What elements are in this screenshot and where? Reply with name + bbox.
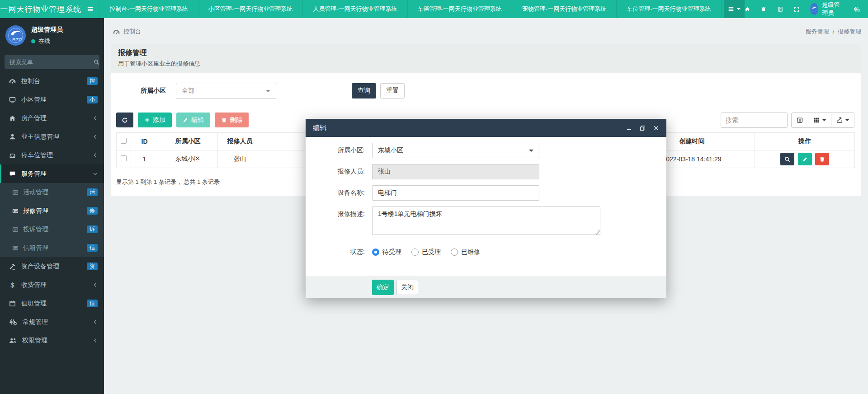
tab-vehicle[interactable]: 车辆管理-一网天行物业管理系统 <box>407 0 512 18</box>
dialog-title: 编辑 <box>313 124 326 132</box>
sidebar-item-owner-info[interactable]: 业主信息管理 <box>0 127 104 146</box>
table-search-input[interactable] <box>726 113 783 127</box>
header-checkbox-cell <box>117 133 131 150</box>
chevron-left-icon <box>93 338 98 343</box>
settings-cogs-icon[interactable] <box>854 5 860 13</box>
sidebar-item-mailbox[interactable]: 信箱管理 信 <box>0 239 104 257</box>
sidebar-menu-lower: 资产设备管理 资 $ 收费管理 值班管理 值 常规管理 权限管理 <box>0 257 104 350</box>
close-button[interactable]: 关闭 <box>396 280 418 295</box>
sidebar-item-permissions[interactable]: 权限管理 <box>0 331 104 350</box>
sidebar-user-panel: 一网天行 超级管理员 在线 <box>0 18 104 50</box>
user-menu[interactable]: 超级管理员 <box>810 1 842 17</box>
sidebar-item-duty[interactable]: 值班管理 值 <box>0 294 104 313</box>
table-tools <box>721 113 854 128</box>
cell-community: 东城小区 <box>158 150 218 168</box>
select-all-checkbox[interactable] <box>121 138 127 144</box>
badge: 信 <box>87 244 98 252</box>
sidebar-item-property[interactable]: 房产管理 <box>0 109 104 127</box>
top-navbar: 一网天行物业管理系统 控制台-一网天行物业管理系统 小区管理-一网天行物业管理系… <box>0 0 868 18</box>
navbar-actions: 超级管理员 <box>745 0 868 18</box>
badge: 值 <box>87 300 98 307</box>
dialog-body: 所属小区: 东城小区 报修人员: 设备名称: 报修描述: 1号楼1单元电梯门损坏… <box>306 137 666 277</box>
cell-actions <box>755 150 855 168</box>
description-label: 报修描述: <box>306 206 365 218</box>
minimize-icon[interactable] <box>626 125 632 131</box>
add-button[interactable]: 添加 <box>138 113 172 127</box>
home-icon <box>9 115 16 122</box>
brand-title: 一网天行物业管理系统 <box>0 0 81 18</box>
radio-pending[interactable]: 待受理 <box>372 248 401 256</box>
badge: 资 <box>87 263 98 270</box>
badge: 小 <box>87 96 98 103</box>
delete-button[interactable]: 删除 <box>215 113 249 127</box>
tab-pet[interactable]: 宠物管理-一网天行物业管理系统 <box>512 0 616 18</box>
breadcrumb-parent[interactable]: 服务管理 <box>805 28 829 36</box>
service-submenu: 活动管理 活 报修管理 修 投诉管理 诉 信箱管理 信 <box>0 183 104 257</box>
view-row-button[interactable] <box>780 153 794 165</box>
tab-community[interactable]: 小区管理-一网天行物业管理系统 <box>198 0 302 18</box>
tab-console[interactable]: 控制台-一网天行物业管理系统 <box>99 0 198 18</box>
avatar-logo-text: 一网天行 <box>9 38 22 41</box>
caret-down-icon <box>737 8 741 10</box>
list-icon <box>728 6 734 12</box>
status-field-row: 状态: 待受理 已受理 已维修 <box>306 248 666 256</box>
sidebar-item-parking[interactable]: 停车位管理 <box>0 146 104 164</box>
trash-icon[interactable] <box>761 5 766 13</box>
columns-button[interactable] <box>808 113 831 128</box>
menu-search-input[interactable] <box>5 59 94 66</box>
query-button[interactable]: 查询 <box>352 83 376 98</box>
tab-list-dropdown[interactable] <box>724 0 745 18</box>
maximize-icon[interactable] <box>640 125 646 131</box>
community-filter-select[interactable]: 全部 <box>176 83 276 99</box>
close-icon[interactable] <box>653 125 659 131</box>
radio-accepted[interactable]: 已受理 <box>411 248 441 256</box>
edit-button[interactable]: 编辑 <box>176 113 210 127</box>
sidebar-item-fees[interactable]: $ 收费管理 <box>0 276 104 294</box>
log-book-icon[interactable] <box>778 5 783 13</box>
tab-personnel[interactable]: 人员管理-一网天行物业管理系统 <box>302 0 407 18</box>
sidebar-item-service[interactable]: 服务管理 <box>0 164 104 183</box>
online-dot-icon <box>31 39 35 43</box>
community-select[interactable]: 东城小区 <box>372 143 539 158</box>
device-label: 设备名称: <box>306 189 365 197</box>
badge: 控 <box>87 77 98 85</box>
calendar-icon <box>9 300 16 307</box>
reset-button[interactable]: 重置 <box>380 83 405 98</box>
breadcrumb-home[interactable]: 控制台 <box>113 28 141 36</box>
sidebar-item-assets[interactable]: 资产设备管理 资 <box>0 257 104 276</box>
sidebar-item-general[interactable]: 常规管理 <box>0 313 104 331</box>
tab-parking[interactable]: 车位管理-一网天行物业管理系统 <box>616 0 721 18</box>
edit-dialog: 编辑 所属小区: 东城小区 报修人员: 设备名称: 报修描述: 1号楼1单元电梯… <box>306 119 666 298</box>
row-checkbox[interactable] <box>121 155 127 161</box>
description-textarea[interactable]: 1号楼1单元电梯门损坏 <box>372 206 600 235</box>
badge: 活 <box>87 188 98 196</box>
export-icon <box>836 117 843 123</box>
sidebar-toggle-button[interactable] <box>81 0 99 18</box>
search-icon <box>784 156 790 162</box>
sidebar-item-repair[interactable]: 报修管理 修 <box>0 202 104 220</box>
sidebar-item-complaint[interactable]: 投诉管理 诉 <box>0 220 104 239</box>
chevron-down-icon <box>93 171 98 176</box>
confirm-button[interactable]: 确定 <box>372 280 394 295</box>
refresh-button[interactable] <box>116 113 133 127</box>
sidebar-user-name: 超级管理员 <box>31 26 63 34</box>
home-icon[interactable] <box>745 5 750 13</box>
sidebar-item-community[interactable]: 小区管理 小 <box>0 90 104 109</box>
export-button[interactable] <box>831 113 854 128</box>
sidebar-item-activity[interactable]: 活动管理 活 <box>0 183 104 202</box>
breadcrumb: 控制台 服务管理 / 报修管理 <box>104 23 868 41</box>
community-filter-label: 所属小区 <box>141 87 166 95</box>
dialog-header[interactable]: 编辑 <box>306 119 666 137</box>
detail-view-button[interactable] <box>791 113 808 128</box>
fullscreen-icon[interactable] <box>794 5 799 13</box>
radio-repaired[interactable]: 已维修 <box>451 248 480 256</box>
delete-row-button[interactable] <box>815 153 829 165</box>
tv-icon <box>9 96 16 103</box>
sidebar-item-console[interactable]: 控制台 控 <box>0 72 104 90</box>
news-icon <box>12 245 19 251</box>
device-input[interactable] <box>372 185 539 201</box>
reporter-field-row: 报修人员: <box>306 164 666 179</box>
edit-row-button[interactable] <box>798 153 812 165</box>
trash-icon <box>819 156 825 162</box>
breadcrumb-current: 报修管理 <box>838 28 861 36</box>
